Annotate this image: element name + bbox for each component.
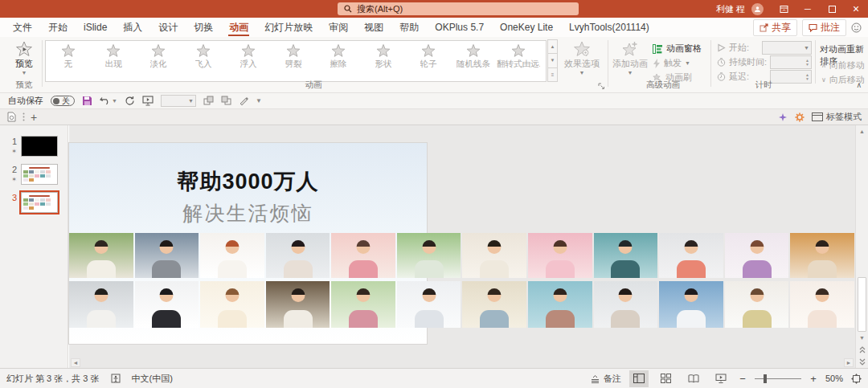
slideshow-view-button[interactable] [711,370,731,387]
gallery-more-icon[interactable]: ≡ [547,67,558,82]
previous-slide-icon[interactable] [856,344,868,356]
bring-forward-icon[interactable] [203,96,214,106]
tab-settings-gear-icon[interactable] [795,112,805,122]
zoom-out-button[interactable]: − [739,373,747,385]
slide-sorter-view-button[interactable] [657,370,676,387]
photo-man-blue-wall[interactable] [659,281,723,328]
play-animations-star-icon[interactable]: ✶ [11,148,17,155]
photo-woman-mask-library[interactable] [135,233,199,278]
slide-thumbnail-1[interactable] [21,136,58,157]
animation-effect-0: 无 [46,43,91,81]
menu-tab-11[interactable]: OKPlus 5.7 [427,18,492,37]
tag-mode-button[interactable]: 标签模式 [812,111,862,123]
photo-woman-showing-phone[interactable] [725,281,789,328]
menu-tab-2[interactable]: iSlide [76,18,115,37]
photo-family-at-piano[interactable] [69,233,133,278]
tab-addin-icon[interactable] [778,112,788,122]
menu-tab-13[interactable]: LvyhTools(201114) [561,18,657,37]
photo-woman-office-charts[interactable] [397,281,461,328]
zoom-slider-thumb[interactable] [764,374,767,383]
feedback-smiley-icon[interactable] [851,22,862,33]
photo-woman-hands-on-face[interactable] [594,281,658,328]
menu-tab-12[interactable]: OneKey Lite [492,18,561,37]
title-bar: 图片墙动画 (1).pptx ▼ 搜索(Alt+Q) 利健 程 ─ × [0,0,868,18]
menu-tab-8[interactable]: 审阅 [321,18,356,37]
menu-tab-10[interactable]: 帮助 [391,18,427,37]
photo-mother-baby-pink[interactable] [331,233,395,278]
photo-woman-towel-shopping[interactable] [790,281,854,328]
photo-woman-glasses-thinking[interactable] [135,281,199,328]
photo-woman-striped-teal[interactable] [528,281,592,328]
slide-thumbnail-2[interactable] [21,164,58,185]
close-button[interactable]: × [844,0,868,18]
fit-to-window-icon[interactable] [851,374,862,384]
qat-overflow-icon[interactable]: ▼ [256,97,262,104]
zoom-slider[interactable] [755,370,801,387]
photo-family-walking[interactable] [659,233,723,278]
maximize-button[interactable] [820,0,844,18]
gallery-scroll-down-icon[interactable]: ▼ [547,53,558,67]
menu-tab-3[interactable]: 插入 [115,18,150,37]
animation-effect-5: 劈裂 [271,43,316,81]
slide-thumbnail-3[interactable] [21,192,58,213]
photo-man-desk-stressed[interactable] [69,281,133,328]
photo-woman-phone-white[interactable] [200,233,264,278]
menu-tab-5[interactable]: 切换 [186,18,221,37]
photo-kids-headphones[interactable] [331,281,395,328]
document-tab-icon[interactable] [6,112,17,122]
photo-father-child-sofa[interactable] [462,233,526,278]
scroll-left-icon[interactable]: ◄ [71,358,80,367]
avatar[interactable] [751,3,764,15]
next-slide-icon[interactable] [856,356,868,368]
new-tab-button[interactable]: + [31,111,37,124]
photo-sad-woman-teal[interactable] [594,233,658,278]
accessibility-icon[interactable] [111,374,121,383]
scroll-up-icon[interactable]: ▲ [856,125,868,137]
language-button[interactable]: 中文(中国) [132,373,173,385]
zoom-level[interactable]: 50% [825,374,843,383]
menu-tab-6[interactable]: 动画 [221,18,256,37]
photo-woman-bright-smile[interactable] [200,281,264,328]
photo-women-selfie-pink[interactable] [528,233,592,278]
redo-icon[interactable] [125,96,135,106]
collapse-ribbon-icon[interactable]: ∧ [856,81,862,89]
ribbon-display-options-icon[interactable] [772,0,796,18]
slide-number-2: 2 [12,165,17,174]
scroll-down-icon[interactable]: ▼ [856,332,868,344]
comments-button[interactable]: 批注 [802,19,846,36]
undo-icon[interactable]: ▼ [100,96,117,106]
notes-button[interactable]: 备注 [590,373,621,385]
scroll-right-icon[interactable]: ► [844,358,854,367]
start-slideshow-icon[interactable] [142,96,154,106]
animation-dialog-launcher-icon[interactable] [598,83,605,90]
send-backward-icon[interactable] [221,96,231,106]
photo-woman-purple-phone[interactable] [725,233,789,278]
animation-pane-button[interactable]: 动画窗格 [653,43,702,55]
play-animations-star-icon[interactable]: ✶ [11,176,17,183]
photo-man-window-green[interactable] [397,233,461,278]
scrollbar-thumb[interactable] [858,277,866,332]
menu-tab-4[interactable]: 设计 [150,18,186,37]
menu-tab-1[interactable]: 开始 [40,18,76,37]
preview-button[interactable]: 预览 ▼ [8,40,40,76]
slide-title-textbox[interactable]: 帮助3000万人 解决生活烦恼 [69,167,427,227]
normal-view-button[interactable] [629,370,649,387]
photo-woman-laptop-library[interactable] [266,281,330,328]
reading-view-button[interactable] [684,370,703,387]
menu-tab-7[interactable]: 幻灯片放映 [256,18,321,37]
share-button[interactable]: 共享 [753,19,797,36]
user-name[interactable]: 利健 程 [716,3,745,15]
photo-woman-notes-wall[interactable] [462,281,526,328]
menu-tab-9[interactable]: 视图 [356,18,391,37]
menu-tab-0[interactable]: 文件 [5,18,40,37]
gallery-scroll-up-icon[interactable]: ▲ [547,39,558,54]
zoom-in-button[interactable]: + [809,373,817,385]
save-icon[interactable] [82,96,92,106]
photo-couple-kitchen[interactable] [790,233,854,278]
photo-woman-portrait-gray[interactable] [266,233,330,278]
autosave-toggle[interactable]: 关 [51,96,75,106]
move-earlier-button: ∧向前移动 [821,59,865,71]
minimize-button[interactable]: ─ [796,0,820,18]
format-painter-icon[interactable] [239,96,248,106]
search-input[interactable]: 搜索(Alt+Q) [338,2,579,15]
